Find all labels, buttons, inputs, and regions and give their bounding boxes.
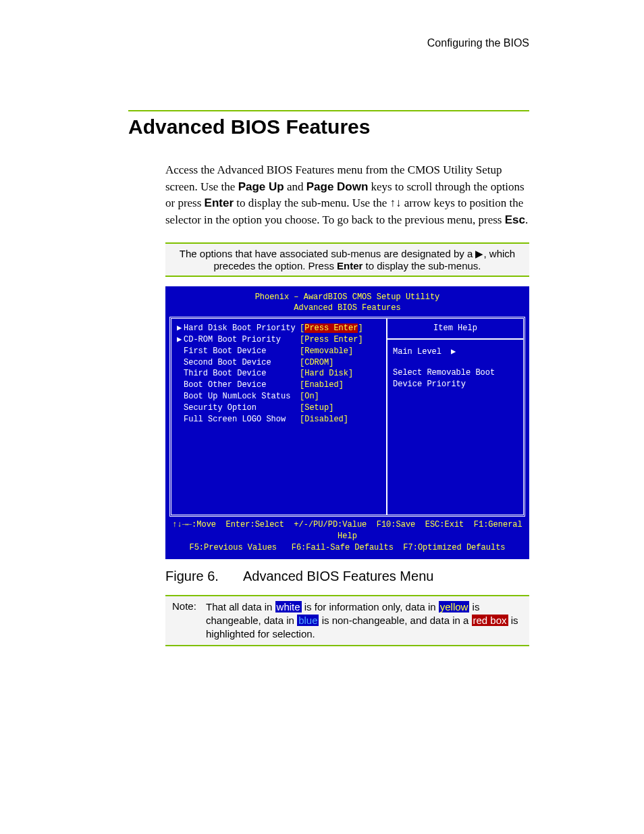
option-value: [Enabled] [300,380,381,391]
option-value: [Hard Disk] [300,368,381,380]
bios-option-row[interactable]: First Boot Device[Removable] [177,346,381,357]
triangle-icon [177,391,184,402]
triangle-icon [177,357,184,369]
para-text: and [284,180,306,193]
option-label: Security Option [184,402,300,414]
accent-rule-top [128,110,529,111]
bios-title: Phoenix – AwardBIOS CMOS Setup Utility A… [169,290,525,317]
option-label: Second Boot Device [184,357,300,369]
bios-option-row[interactable]: Security Option[Setup] [177,402,381,414]
triangle-icon: ▶ [451,347,456,357]
note-text: is non-changeable, and data in a [319,615,471,626]
option-label: Hard Disk Boot Priority [184,323,300,334]
bios-option-row[interactable]: Second Boot Device[CDROM] [177,357,381,369]
info-text: The options that have associated sub-men… [180,248,476,259]
note-body: That all data in white is for informatio… [206,600,522,642]
bios-option-row[interactable]: Full Screen LOGO Show[Disabled] [177,414,381,425]
intro-paragraph: Access the Advanced BIOS Features menu f… [165,162,529,229]
option-value: [CDROM] [300,357,381,369]
option-label: Full Screen LOGO Show [184,414,300,425]
option-value: [Setup] [300,402,381,414]
bios-footer-line1: ↑↓→←:Move Enter:Select +/-/PU/PD:Value F… [172,520,527,541]
option-value: [Press Enter] [300,323,381,334]
option-value: [Removable] [300,346,381,357]
bios-options-pane: ▶Hard Disk Boot Priority[Press Enter]▶CD… [171,319,387,515]
triangle-icon: ▶ [177,323,184,334]
triangle-icon: ▶ [177,334,184,346]
help-level-row: Main Level▶ [393,346,518,358]
bios-footer: ↑↓→←:Move Enter:Select +/-/PU/PD:Value F… [169,517,525,554]
key-pageup: Page Up [238,180,284,193]
info-callout: The options that have associated sub-men… [165,242,529,277]
option-value: [Press Enter] [300,334,381,346]
triangle-icon: ▶ [475,248,483,259]
bios-option-row[interactable]: Boot Other Device[Enabled] [177,380,381,391]
swatch-white: white [275,601,302,613]
bios-screen: Phoenix – AwardBIOS CMOS Setup Utility A… [165,286,529,559]
triangle-icon [177,414,184,425]
triangle-icon [177,346,184,357]
bios-option-row[interactable]: Boot Up NumLock Status[On] [177,391,381,402]
bios-option-row[interactable]: Third Boot Device[Hard Disk] [177,368,381,380]
section-title: Advanced BIOS Features [128,115,529,138]
key-pagedown: Page Down [306,180,369,193]
option-label: CD-ROM Boot Priority [184,334,300,346]
help-title: Item Help [393,323,518,334]
triangle-icon [177,402,184,414]
para-text: . [525,213,528,226]
figure-title: Advanced BIOS Features Menu [243,569,433,583]
option-label: Boot Other Device [184,380,300,391]
bios-title-line2: Advanced BIOS Features [294,303,400,313]
key-enter: Enter [205,197,234,209]
key-enter: Enter [337,260,363,271]
key-esc: Esc [505,213,525,226]
help-description: Select Removable Boot Device Priority [393,367,518,390]
option-value: [Disabled] [300,414,381,425]
option-label: Third Boot Device [184,368,300,380]
swatch-yellow: yellow [439,601,470,613]
swatch-redbox: red box [472,615,508,626]
bios-option-row[interactable]: ▶CD-ROM Boot Priority[Press Enter] [177,334,381,346]
option-label: Boot Up NumLock Status [184,391,300,402]
help-level: Main Level [393,347,441,357]
bios-body: ▶Hard Disk Boot Priority[Press Enter]▶CD… [169,317,525,517]
triangle-icon [177,380,184,391]
swatch-blue: blue [297,615,319,626]
figure-caption: Figure 6.Advanced BIOS Features Menu [165,569,529,584]
bios-option-row[interactable]: ▶Hard Disk Boot Priority[Press Enter] [177,323,381,334]
para-text: to display the sub-menu. Use the [234,197,390,209]
bios-footer-line2: F5:Previous Values F6:Fail-Safe Defaults… [189,543,505,552]
note-label: Note: [172,600,206,642]
note-text: That all data in [206,601,275,613]
running-header: Configuring the BIOS [128,37,529,49]
triangle-icon [177,368,184,380]
help-divider [387,338,523,340]
info-text: to display the sub-menus. [363,260,481,271]
note-text: is for information only, data in [302,601,439,613]
option-label: First Boot Device [184,346,300,357]
bios-title-line1: Phoenix – AwardBIOS CMOS Setup Utility [255,292,440,302]
arrow-keys-icon: ↑↓ [390,197,401,209]
option-value: [On] [300,391,381,402]
bios-help-pane: Item Help Main Level▶ Select Removable B… [387,319,523,515]
note-callout: Note: That all data in white is for info… [165,595,529,647]
figure-number: Figure 6. [165,569,243,584]
